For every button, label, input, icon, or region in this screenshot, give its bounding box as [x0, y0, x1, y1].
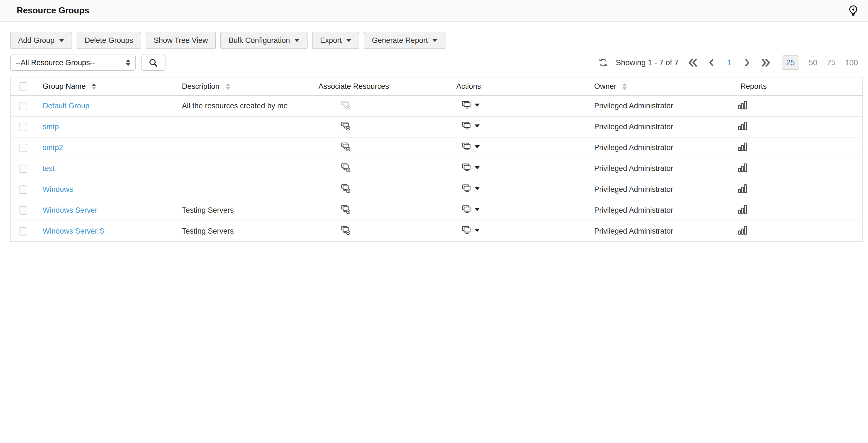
bulk-configuration-button[interactable]: Bulk Configuration [220, 32, 308, 49]
actions-menu-icon[interactable] [461, 141, 480, 152]
next-page-button[interactable] [743, 58, 751, 67]
table-header-row: Group Name Description Associate Resourc… [10, 77, 863, 95]
column-header-owner[interactable]: Owner [594, 82, 616, 91]
chevron-down-icon [346, 39, 351, 42]
group-name-link[interactable]: smtp2 [42, 144, 63, 152]
group-name-link[interactable]: Windows [42, 185, 73, 193]
select-all-checkbox[interactable] [19, 82, 27, 91]
sort-icon-owner[interactable] [622, 83, 627, 90]
actions-menu-icon[interactable] [461, 183, 480, 194]
table-row: Default Group All the resources created … [10, 95, 863, 116]
group-owner: Privileged Administrator [594, 185, 673, 193]
add-group-button[interactable]: Add Group [10, 32, 72, 49]
actions-menu-icon[interactable] [461, 162, 480, 173]
help-lightbulb-icon[interactable] [847, 4, 860, 17]
group-owner: Privileged Administrator [594, 102, 673, 110]
reports-bar-chart-icon[interactable] [737, 225, 748, 235]
row-checkbox[interactable] [19, 227, 27, 235]
actions-menu-icon[interactable] [461, 120, 480, 131]
sort-icon-group-name[interactable] [92, 83, 96, 90]
reports-bar-chart-icon[interactable] [737, 183, 748, 194]
chevron-down-icon [475, 124, 480, 128]
group-description: All the resources created by me [182, 102, 288, 110]
showing-count-text: Showing 1 - 7 of 7 [616, 58, 679, 67]
row-checkbox[interactable] [19, 164, 27, 173]
associate-resources-icon[interactable] [340, 120, 351, 131]
first-page-button[interactable] [689, 58, 697, 67]
page-size-50[interactable]: 50 [809, 58, 817, 67]
group-owner: Privileged Administrator [594, 123, 673, 131]
chevron-down-icon [475, 166, 480, 169]
export-button[interactable]: Export [312, 32, 359, 49]
last-page-button[interactable] [762, 58, 770, 67]
search-button[interactable] [141, 55, 165, 71]
generate-report-button[interactable]: Generate Report [364, 32, 445, 49]
reports-bar-chart-icon[interactable] [737, 162, 748, 173]
chevron-down-icon [475, 187, 480, 190]
actions-menu-icon[interactable] [461, 99, 480, 110]
resource-groups-table: Group Name Description Associate Resourc… [10, 77, 863, 242]
associate-resources-icon[interactable] [340, 225, 351, 236]
current-page-number[interactable]: 1 [725, 58, 733, 67]
sort-icon-description[interactable] [226, 83, 230, 90]
filter-controls: --All Resource Groups-- [10, 55, 165, 71]
group-owner: Privileged Administrator [594, 206, 673, 214]
row-checkbox[interactable] [19, 123, 27, 131]
actions-menu-icon[interactable] [461, 204, 480, 215]
page-size-75[interactable]: 75 [827, 58, 835, 67]
table-row: Windows Server Testing Servers Privilege… [10, 200, 863, 221]
associate-resources-icon[interactable] [340, 162, 351, 173]
page-size-options: 25 50 75 100 [782, 55, 858, 70]
group-name-link[interactable]: Windows Server S [42, 227, 104, 235]
associate-resources-icon[interactable] [340, 183, 351, 194]
reports-bar-chart-icon[interactable] [737, 100, 748, 110]
bulk-configuration-label: Bulk Configuration [228, 36, 290, 45]
chevron-down-icon [475, 208, 480, 211]
show-tree-view-button[interactable]: Show Tree View [146, 32, 216, 49]
add-group-label: Add Group [18, 36, 55, 45]
group-filter-select[interactable]: --All Resource Groups-- [10, 55, 136, 71]
chevron-down-icon [475, 145, 480, 149]
export-label: Export [320, 36, 342, 45]
table-row: smtp Privileged Administrator [10, 116, 863, 137]
row-checkbox[interactable] [19, 102, 27, 110]
filter-pagination-row: --All Resource Groups-- Showing 1 - 7 of… [10, 55, 858, 71]
associate-resources-icon[interactable] [340, 141, 351, 152]
reports-bar-chart-icon[interactable] [737, 141, 748, 152]
row-checkbox[interactable] [19, 206, 27, 215]
magnifier-icon [149, 58, 158, 67]
group-description: Testing Servers [182, 227, 234, 235]
reports-bar-chart-icon[interactable] [737, 204, 748, 215]
column-header-reports: Reports [740, 82, 767, 91]
page-size-100[interactable]: 100 [845, 58, 858, 67]
group-description: Testing Servers [182, 206, 234, 214]
row-checkbox[interactable] [19, 185, 27, 194]
row-checkbox[interactable] [19, 144, 27, 152]
group-name-link[interactable]: Windows Server [42, 206, 97, 214]
group-name-link[interactable]: Default Group [42, 102, 89, 110]
group-owner: Privileged Administrator [594, 144, 673, 152]
reports-bar-chart-icon[interactable] [737, 121, 748, 131]
column-header-actions: Actions [456, 82, 481, 91]
column-header-group-name[interactable]: Group Name [42, 82, 86, 91]
column-header-description[interactable]: Description [182, 82, 219, 91]
group-owner: Privileged Administrator [594, 164, 673, 172]
delete-groups-button[interactable]: Delete Groups [76, 32, 141, 49]
group-name-link[interactable]: test [42, 164, 55, 172]
table-row: test Privileged Administrator [10, 158, 863, 179]
group-name-link[interactable]: smtp [42, 123, 59, 131]
column-header-associate-resources: Associate Resources [318, 82, 389, 91]
refresh-icon[interactable] [598, 58, 608, 68]
chevron-down-icon [432, 39, 437, 42]
show-tree-view-label: Show Tree View [154, 36, 208, 45]
group-owner: Privileged Administrator [594, 227, 673, 235]
generate-report-label: Generate Report [372, 36, 428, 45]
chevron-down-icon [475, 229, 480, 232]
page-size-25[interactable]: 25 [782, 55, 799, 70]
actions-menu-icon[interactable] [461, 225, 480, 236]
main-content: Add Group Delete Groups Show Tree View B… [0, 32, 868, 242]
associate-resources-icon[interactable] [340, 204, 351, 215]
previous-page-button[interactable] [707, 58, 715, 67]
delete-groups-label: Delete Groups [85, 36, 133, 45]
chevron-down-icon [59, 39, 64, 42]
